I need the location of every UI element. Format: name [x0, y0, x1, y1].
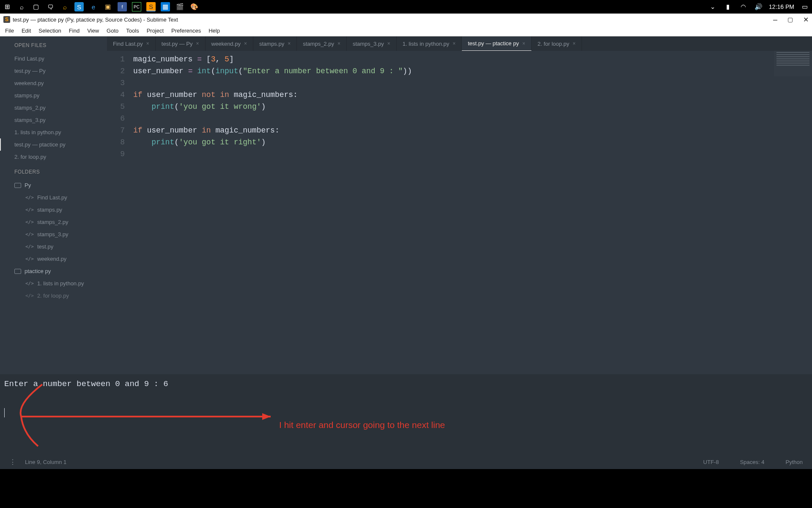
folder-file-item[interactable]: </>stamps.py: [0, 204, 107, 216]
close-tab-icon[interactable]: ×: [288, 41, 291, 47]
code-area[interactable]: 123 456 789 magic_numbers = [3, 5] user_…: [107, 51, 812, 374]
line-gutter: 123 456 789: [107, 53, 131, 374]
console-panel[interactable]: Enter a number between 0 and 9 : 6 I hit…: [0, 374, 812, 455]
folder-name: Py: [25, 182, 31, 188]
file-code-icon: </>: [25, 207, 34, 213]
file-code-icon: </>: [25, 232, 34, 237]
folder-file-item[interactable]: </>1. lists in python.py: [0, 277, 107, 290]
window-title-bar: S test.py — ptactice py (Py, ptactice py…: [0, 14, 812, 25]
close-tab-icon[interactable]: ×: [453, 41, 455, 47]
close-tab-icon[interactable]: ×: [146, 41, 149, 47]
folder-file-item[interactable]: </>test.py: [0, 240, 107, 253]
tab[interactable]: 1. lists in python.py×: [397, 36, 462, 51]
notifications-icon[interactable]: ▭: [800, 2, 809, 11]
menu-dots-icon[interactable]: ⋮: [9, 458, 16, 466]
menu-project[interactable]: Project: [143, 27, 167, 35]
tab-active[interactable]: test.py — ptactice py×: [462, 36, 532, 51]
clock[interactable]: 12:16 PM: [769, 3, 794, 10]
menu-edit[interactable]: Edit: [18, 27, 34, 35]
tab-bar: Find Last.py× test.py — Py× weekend.py× …: [107, 36, 812, 51]
folder-icon: [14, 183, 21, 188]
wifi-icon[interactable]: ◠: [738, 2, 748, 11]
menu-file[interactable]: File: [2, 27, 17, 35]
menu-tools[interactable]: Tools: [123, 27, 142, 35]
task-view-icon[interactable]: ▢: [31, 2, 41, 11]
editor: Find Last.py× test.py — Py× weekend.py× …: [107, 36, 812, 374]
folder-file-item[interactable]: </>stamps_2.py: [0, 216, 107, 228]
tab[interactable]: 2. for loop.py×: [532, 36, 582, 51]
minimap[interactable]: [774, 51, 812, 76]
close-button[interactable]: ✕: [803, 16, 809, 24]
taskbar-app-icon[interactable]: 🎨: [189, 2, 199, 11]
sublime-icon[interactable]: S: [146, 2, 156, 11]
edge-icon[interactable]: e: [89, 2, 98, 11]
tab[interactable]: stamps.py×: [253, 36, 297, 51]
taskbar-app-icon[interactable]: ⌕: [60, 2, 69, 11]
annotation-text: I hit enter and cursor going to the next…: [279, 420, 445, 430]
taskbar-app-icon[interactable]: S: [74, 2, 84, 11]
folders-header: FOLDERS: [0, 163, 107, 179]
folder-header[interactable]: ptactice py: [0, 265, 107, 277]
start-icon[interactable]: ⊞: [3, 2, 12, 11]
tab[interactable]: weekend.py×: [206, 36, 253, 51]
file-code-icon: </>: [25, 256, 34, 262]
file-code-icon: </>: [25, 293, 34, 298]
volume-icon[interactable]: 🔊: [754, 2, 763, 11]
maximize-button[interactable]: ▢: [787, 16, 793, 23]
folder-file-item[interactable]: </>stamps_3.py: [0, 228, 107, 240]
menu-help[interactable]: Help: [205, 27, 223, 35]
open-file-item[interactable]: stamps_2.py: [0, 102, 107, 114]
window-title: test.py — ptactice py (Py, ptactice py, …: [13, 17, 178, 23]
windows-taskbar: ⊞ ⌕ ▢ 🗨 ⌕ S e ▣ f PC S ▦ 🎬 🎨 ⌄ ▮ ◠ 🔊 12:…: [0, 0, 812, 14]
folder-header[interactable]: Py: [0, 179, 107, 191]
console-cursor: [4, 408, 5, 417]
taskbar-app-icon[interactable]: 🗨: [46, 2, 55, 11]
folder-icon: [14, 269, 21, 274]
minimize-button[interactable]: –: [773, 15, 777, 24]
open-file-item[interactable]: weekend.py: [0, 77, 107, 89]
open-file-item[interactable]: Find Last.py: [0, 52, 107, 65]
open-file-item-active[interactable]: test.py — ptactice py: [0, 138, 107, 151]
battery-icon[interactable]: ▮: [723, 2, 732, 11]
sidebar: OPEN FILES Find Last.py test.py — Py wee…: [0, 36, 107, 374]
menu-find[interactable]: Find: [66, 27, 83, 35]
explorer-icon[interactable]: ▣: [103, 2, 112, 11]
close-tab-icon[interactable]: ×: [196, 41, 199, 47]
folder-name: ptactice py: [25, 268, 51, 274]
tab[interactable]: stamps_3.py×: [347, 36, 397, 51]
menu-view[interactable]: View: [84, 27, 102, 35]
status-encoding[interactable]: UTF-8: [703, 459, 719, 465]
file-code-icon: </>: [25, 244, 34, 249]
taskbar-app-icon[interactable]: f: [118, 2, 127, 11]
pycharm-icon[interactable]: PC: [132, 2, 141, 11]
close-tab-icon[interactable]: ×: [244, 41, 247, 47]
search-icon[interactable]: ⌕: [17, 2, 26, 11]
tab[interactable]: stamps_2.py×: [297, 36, 347, 51]
menu-selection[interactable]: Selection: [35, 27, 64, 35]
open-file-item[interactable]: stamps_3.py: [0, 114, 107, 126]
open-file-item[interactable]: stamps.py: [0, 89, 107, 102]
status-indent[interactable]: Spaces: 4: [740, 459, 765, 465]
tab[interactable]: Find Last.py×: [107, 36, 156, 51]
file-code-icon: </>: [25, 219, 34, 225]
status-syntax[interactable]: Python: [786, 459, 803, 465]
folder-file-item[interactable]: </>2. for loop.py: [0, 290, 107, 302]
folder-file-item[interactable]: </>Find Last.py: [0, 191, 107, 204]
folder-file-item[interactable]: </>weekend.py: [0, 253, 107, 265]
file-code-icon: </>: [25, 195, 34, 200]
status-position[interactable]: Line 9, Column 1: [25, 459, 66, 465]
code-content[interactable]: magic_numbers = [3, 5] user_number = int…: [131, 53, 812, 374]
close-tab-icon[interactable]: ×: [387, 41, 390, 47]
chevron-up-icon[interactable]: ⌄: [708, 2, 717, 11]
taskbar-app-icon[interactable]: ▦: [161, 2, 170, 11]
open-file-item[interactable]: 2. for loop.py: [0, 151, 107, 163]
menu-preferences[interactable]: Preferences: [168, 27, 204, 35]
tab[interactable]: test.py — Py×: [156, 36, 206, 51]
close-tab-icon[interactable]: ×: [573, 41, 576, 47]
close-tab-icon[interactable]: ×: [522, 41, 525, 47]
taskbar-app-icon[interactable]: 🎬: [175, 2, 184, 11]
close-tab-icon[interactable]: ×: [337, 41, 340, 47]
menu-goto[interactable]: Goto: [103, 27, 122, 35]
open-file-item[interactable]: test.py — Py: [0, 65, 107, 77]
open-file-item[interactable]: 1. lists in python.py: [0, 126, 107, 138]
